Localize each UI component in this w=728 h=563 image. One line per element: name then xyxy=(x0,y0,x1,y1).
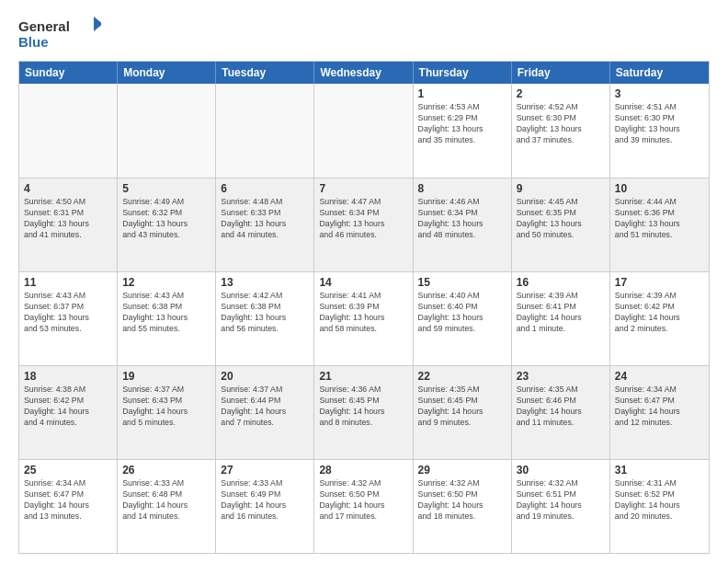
cal-cell-3-0: 18Sunrise: 4:38 AM Sunset: 6:42 PM Dayli… xyxy=(19,366,118,459)
weekday-tuesday: Tuesday xyxy=(216,62,314,84)
cal-cell-0-3 xyxy=(314,84,413,178)
day-number: 5 xyxy=(122,182,210,195)
cal-cell-0-1 xyxy=(118,84,216,178)
day-number: 12 xyxy=(122,276,210,289)
day-info: Sunrise: 4:49 AM Sunset: 6:32 PM Dayligh… xyxy=(122,197,210,241)
day-info: Sunrise: 4:48 AM Sunset: 6:33 PM Dayligh… xyxy=(221,197,309,241)
day-number: 31 xyxy=(615,464,704,477)
calendar: SundayMondayTuesdayWednesdayThursdayFrid… xyxy=(18,61,710,554)
day-info: Sunrise: 4:38 AM Sunset: 6:42 PM Dayligh… xyxy=(24,385,112,429)
day-info: Sunrise: 4:51 AM Sunset: 6:30 PM Dayligh… xyxy=(615,102,704,146)
day-number: 18 xyxy=(24,370,112,383)
day-number: 22 xyxy=(418,370,506,383)
cal-cell-2-6: 17Sunrise: 4:39 AM Sunset: 6:42 PM Dayli… xyxy=(610,272,709,365)
logo: General Blue xyxy=(18,15,101,52)
day-number: 21 xyxy=(319,370,407,383)
cal-cell-4-2: 27Sunrise: 4:33 AM Sunset: 6:49 PM Dayli… xyxy=(216,460,314,553)
day-info: Sunrise: 4:36 AM Sunset: 6:45 PM Dayligh… xyxy=(319,385,407,429)
day-info: Sunrise: 4:39 AM Sunset: 6:41 PM Dayligh… xyxy=(517,291,605,335)
cal-row-0: 1Sunrise: 4:53 AM Sunset: 6:29 PM Daylig… xyxy=(19,84,709,178)
day-number: 9 xyxy=(517,182,605,195)
cal-cell-2-1: 12Sunrise: 4:43 AM Sunset: 6:38 PM Dayli… xyxy=(118,272,216,365)
day-info: Sunrise: 4:32 AM Sunset: 6:51 PM Dayligh… xyxy=(517,478,605,523)
cal-cell-2-3: 14Sunrise: 4:41 AM Sunset: 6:39 PM Dayli… xyxy=(314,272,413,365)
day-number: 27 xyxy=(221,464,309,477)
cal-cell-2-0: 11Sunrise: 4:43 AM Sunset: 6:37 PM Dayli… xyxy=(19,272,118,365)
weekday-thursday: Thursday xyxy=(414,62,512,84)
day-info: Sunrise: 4:31 AM Sunset: 6:52 PM Dayligh… xyxy=(615,478,704,523)
day-number: 26 xyxy=(122,464,210,477)
cal-cell-4-6: 31Sunrise: 4:31 AM Sunset: 6:52 PM Dayli… xyxy=(610,460,709,553)
calendar-body: 1Sunrise: 4:53 AM Sunset: 6:29 PM Daylig… xyxy=(19,84,709,553)
header: General Blue xyxy=(18,15,710,52)
day-number: 13 xyxy=(221,276,309,289)
cal-row-1: 4Sunrise: 4:50 AM Sunset: 6:31 PM Daylig… xyxy=(19,178,709,271)
day-number: 8 xyxy=(418,182,506,195)
day-number: 11 xyxy=(24,276,112,289)
day-number: 15 xyxy=(418,276,506,289)
cal-cell-1-6: 10Sunrise: 4:44 AM Sunset: 6:36 PM Dayli… xyxy=(610,178,709,271)
cal-cell-1-5: 9Sunrise: 4:45 AM Sunset: 6:35 PM Daylig… xyxy=(512,178,610,271)
day-number: 4 xyxy=(24,182,112,195)
cal-cell-4-4: 29Sunrise: 4:32 AM Sunset: 6:50 PM Dayli… xyxy=(414,460,512,553)
cal-cell-3-4: 22Sunrise: 4:35 AM Sunset: 6:45 PM Dayli… xyxy=(414,366,512,459)
day-info: Sunrise: 4:37 AM Sunset: 6:44 PM Dayligh… xyxy=(221,385,309,429)
day-info: Sunrise: 4:35 AM Sunset: 6:46 PM Dayligh… xyxy=(517,385,605,429)
day-number: 16 xyxy=(517,276,605,289)
cal-cell-4-5: 30Sunrise: 4:32 AM Sunset: 6:51 PM Dayli… xyxy=(512,460,610,553)
day-number: 14 xyxy=(319,276,407,289)
svg-text:Blue: Blue xyxy=(18,34,49,50)
day-info: Sunrise: 4:47 AM Sunset: 6:34 PM Dayligh… xyxy=(319,197,407,241)
cal-cell-1-3: 7Sunrise: 4:47 AM Sunset: 6:34 PM Daylig… xyxy=(314,178,413,271)
day-info: Sunrise: 4:33 AM Sunset: 6:48 PM Dayligh… xyxy=(122,478,210,523)
day-info: Sunrise: 4:41 AM Sunset: 6:39 PM Dayligh… xyxy=(319,291,407,335)
day-info: Sunrise: 4:46 AM Sunset: 6:34 PM Dayligh… xyxy=(418,197,506,241)
day-number: 24 xyxy=(615,370,704,383)
day-info: Sunrise: 4:50 AM Sunset: 6:31 PM Dayligh… xyxy=(24,197,112,241)
day-info: Sunrise: 4:35 AM Sunset: 6:45 PM Dayligh… xyxy=(418,385,506,429)
weekday-saturday: Saturday xyxy=(610,62,709,84)
cal-row-4: 25Sunrise: 4:34 AM Sunset: 6:47 PM Dayli… xyxy=(19,459,709,553)
cal-cell-0-6: 3Sunrise: 4:51 AM Sunset: 6:30 PM Daylig… xyxy=(610,84,709,178)
day-info: Sunrise: 4:40 AM Sunset: 6:40 PM Dayligh… xyxy=(418,291,506,335)
cal-cell-0-4: 1Sunrise: 4:53 AM Sunset: 6:29 PM Daylig… xyxy=(414,84,512,178)
day-info: Sunrise: 4:32 AM Sunset: 6:50 PM Dayligh… xyxy=(319,478,407,523)
day-number: 3 xyxy=(615,87,704,100)
cal-cell-3-2: 20Sunrise: 4:37 AM Sunset: 6:44 PM Dayli… xyxy=(216,366,314,459)
cal-cell-0-0 xyxy=(19,84,118,178)
day-number: 6 xyxy=(221,182,309,195)
cal-row-3: 18Sunrise: 4:38 AM Sunset: 6:42 PM Dayli… xyxy=(19,365,709,459)
cal-cell-2-5: 16Sunrise: 4:39 AM Sunset: 6:41 PM Dayli… xyxy=(512,272,610,365)
cal-cell-3-3: 21Sunrise: 4:36 AM Sunset: 6:45 PM Dayli… xyxy=(314,366,413,459)
day-info: Sunrise: 4:52 AM Sunset: 6:30 PM Dayligh… xyxy=(517,102,605,146)
day-number: 19 xyxy=(122,370,210,383)
day-info: Sunrise: 4:53 AM Sunset: 6:29 PM Dayligh… xyxy=(418,102,506,146)
day-number: 25 xyxy=(24,464,112,477)
calendar-header: SundayMondayTuesdayWednesdayThursdayFrid… xyxy=(19,62,709,84)
day-info: Sunrise: 4:42 AM Sunset: 6:38 PM Dayligh… xyxy=(221,291,309,335)
day-info: Sunrise: 4:44 AM Sunset: 6:36 PM Dayligh… xyxy=(615,197,704,241)
weekday-wednesday: Wednesday xyxy=(314,62,413,84)
cal-cell-0-5: 2Sunrise: 4:52 AM Sunset: 6:30 PM Daylig… xyxy=(512,84,610,178)
logo-svg: General Blue xyxy=(18,15,101,52)
day-number: 10 xyxy=(615,182,704,195)
cal-cell-2-4: 15Sunrise: 4:40 AM Sunset: 6:40 PM Dayli… xyxy=(414,272,512,365)
cal-cell-1-4: 8Sunrise: 4:46 AM Sunset: 6:34 PM Daylig… xyxy=(414,178,512,271)
cal-cell-1-2: 6Sunrise: 4:48 AM Sunset: 6:33 PM Daylig… xyxy=(216,178,314,271)
cal-cell-4-0: 25Sunrise: 4:34 AM Sunset: 6:47 PM Dayli… xyxy=(19,460,118,553)
cal-row-2: 11Sunrise: 4:43 AM Sunset: 6:37 PM Dayli… xyxy=(19,271,709,365)
day-number: 17 xyxy=(615,276,704,289)
cal-cell-2-2: 13Sunrise: 4:42 AM Sunset: 6:38 PM Dayli… xyxy=(216,272,314,365)
day-number: 20 xyxy=(221,370,309,383)
cal-cell-3-5: 23Sunrise: 4:35 AM Sunset: 6:46 PM Dayli… xyxy=(512,366,610,459)
weekday-friday: Friday xyxy=(512,62,610,84)
day-info: Sunrise: 4:45 AM Sunset: 6:35 PM Dayligh… xyxy=(517,197,605,241)
weekday-sunday: Sunday xyxy=(19,62,118,84)
day-number: 23 xyxy=(517,370,605,383)
svg-text:General: General xyxy=(18,18,70,34)
day-info: Sunrise: 4:32 AM Sunset: 6:50 PM Dayligh… xyxy=(418,478,506,523)
day-info: Sunrise: 4:34 AM Sunset: 6:47 PM Dayligh… xyxy=(24,478,112,523)
day-info: Sunrise: 4:39 AM Sunset: 6:42 PM Dayligh… xyxy=(615,291,704,335)
cal-cell-4-3: 28Sunrise: 4:32 AM Sunset: 6:50 PM Dayli… xyxy=(314,460,413,553)
day-info: Sunrise: 4:33 AM Sunset: 6:49 PM Dayligh… xyxy=(221,478,309,523)
